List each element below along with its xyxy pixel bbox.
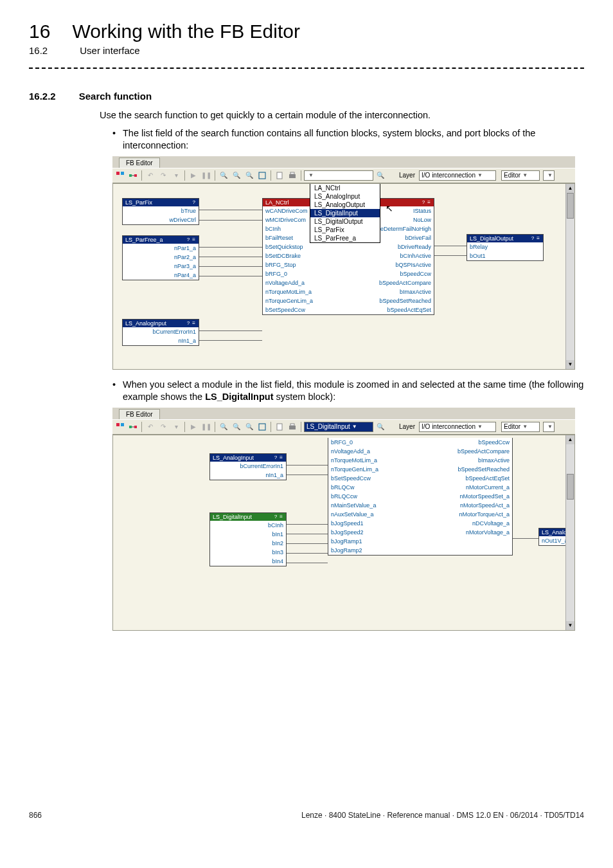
- scroll-down-icon[interactable]: ▼: [566, 360, 574, 369]
- list-item[interactable]: LS_AnalogOutput: [310, 201, 380, 209]
- block-ls-digitalinput[interactable]: LS_DigitalInput? ≡ bCInh bIn1 bIn2 bIn3 …: [209, 512, 287, 566]
- port[interactable]: bIn3: [210, 548, 286, 557]
- scroll-up-icon[interactable]: ▲: [566, 435, 574, 444]
- port[interactable]: nMotorSpeedSet_a: [420, 492, 512, 501]
- port[interactable]: wDriveCtrl: [123, 215, 199, 224]
- port[interactable]: bSetSpeedCcw: [328, 474, 420, 483]
- layer-combo[interactable]: I/O interconnection ▼: [419, 170, 496, 181]
- layer-combo[interactable]: I/O interconnection ▼: [419, 422, 496, 432]
- block-ls-parfree-a[interactable]: LS_ParFree_a? ≡ nPar1_a nPar2_a nPar3_a …: [122, 235, 199, 280]
- block-ls-analoginput[interactable]: LS_AnalogInput? ≡ bCurrentErrorIn1 nIn1_…: [122, 319, 199, 346]
- tab-fb-editor[interactable]: FB Editor: [119, 158, 160, 168]
- tool-arrange-icon[interactable]: [114, 421, 126, 433]
- editor-combo[interactable]: Editor ▼: [501, 422, 540, 432]
- port[interactable]: bSpeedSetReached: [348, 296, 434, 305]
- port[interactable]: nMotorSpeedAct_a: [420, 501, 512, 510]
- scroll-down-icon[interactable]: ▼: [566, 621, 574, 630]
- scroll-up-icon[interactable]: ▲: [566, 184, 574, 193]
- block-ls-parfix[interactable]: LS_ParFix? bTrue wDriveCtrl: [122, 198, 199, 225]
- tool-history-icon[interactable]: ▾: [170, 170, 182, 181]
- port[interactable]: bJogSpeed1: [328, 519, 420, 528]
- list-item[interactable]: LS_DigitalOutput: [310, 217, 380, 226]
- tool-zoomfit-icon[interactable]: 🔍: [244, 421, 255, 433]
- scroll-thumb[interactable]: [567, 193, 574, 219]
- port[interactable]: nVoltageAdd_a: [328, 447, 420, 456]
- editor-canvas[interactable]: LS_AnalogInput? ≡ bCurrentErrorIn1 nIn1_…: [112, 435, 575, 631]
- port[interactable]: bRFG_0: [263, 269, 348, 278]
- editor-extra-combo[interactable]: ▼: [543, 422, 555, 432]
- tool-print-icon[interactable]: [287, 170, 298, 181]
- port[interactable]: bImaxActive: [348, 287, 434, 296]
- port[interactable]: bRFG_0: [328, 438, 420, 447]
- port[interactable]: nTorqueGenLim_a: [328, 465, 420, 474]
- port[interactable]: bCurrentErrorIn1: [123, 327, 199, 336]
- port[interactable]: bJogRamp2: [328, 546, 420, 555]
- tool-print-icon[interactable]: [287, 421, 298, 433]
- editor-canvas[interactable]: LA_NCtrl LS_AnalogInput LS_AnalogOutput …: [112, 183, 575, 370]
- list-item[interactable]: LA_NCtrl: [310, 184, 380, 192]
- port[interactable]: nTorqueGenLim_a: [263, 296, 348, 305]
- port[interactable]: nAuxSetValue_a: [328, 510, 420, 519]
- list-item[interactable]: LS_ParFix: [310, 226, 380, 234]
- port[interactable]: bCInh: [210, 521, 286, 530]
- port[interactable]: bJogRamp1: [328, 537, 420, 546]
- tool-zoomfit-icon[interactable]: 🔍: [244, 170, 255, 181]
- tool-connect-icon[interactable]: [127, 170, 139, 181]
- list-item[interactable]: LS_ParFree_a: [310, 234, 380, 242]
- port[interactable]: bCInhActive: [348, 251, 434, 260]
- port[interactable]: bRFG_Stop: [263, 260, 348, 269]
- scroll-thumb[interactable]: [567, 474, 574, 500]
- port[interactable]: bIn1: [210, 530, 286, 539]
- tool-undo-icon[interactable]: ↶: [145, 421, 156, 433]
- tool-find-icon[interactable]: 🔍: [375, 421, 386, 433]
- editor-extra-combo[interactable]: ▼: [543, 170, 555, 181]
- port[interactable]: bSetQuickstop: [263, 242, 348, 251]
- tool-zoomout-icon[interactable]: 🔍: [231, 421, 242, 433]
- port[interactable]: bSpeedActEqSet: [420, 474, 512, 483]
- tool-zoomwin-icon[interactable]: [256, 170, 268, 181]
- tool-find-icon[interactable]: 🔍: [375, 170, 386, 181]
- block-ls-analoginput[interactable]: LS_AnalogInput? ≡ bCurrentErrorIn1 nIn1_…: [209, 453, 287, 480]
- port[interactable]: nTorqueMotLim_a: [263, 287, 348, 296]
- port[interactable]: bCurrentErrorIn1: [210, 462, 286, 471]
- port[interactable]: nDCVoltage_a: [420, 519, 512, 528]
- port[interactable]: bOut1: [467, 251, 543, 260]
- port[interactable]: bSpeedActCompare: [348, 278, 434, 287]
- vertical-scrollbar[interactable]: ▲ ▼: [565, 184, 574, 369]
- port[interactable]: nPar3_a: [123, 262, 199, 271]
- port[interactable]: nPar1_a: [123, 244, 199, 253]
- tool-zoomin-icon[interactable]: 🔍: [218, 170, 229, 181]
- block-ls-digitaloutput[interactable]: LS_DigitalOutput? ≡ bRelay bOut1: [466, 234, 544, 261]
- port[interactable]: nIn1_a: [210, 471, 286, 480]
- port[interactable]: bSetDCBrake: [263, 251, 348, 260]
- tool-play-icon[interactable]: ▶: [188, 170, 199, 181]
- tool-pause-icon[interactable]: ❚❚: [200, 421, 212, 433]
- port[interactable]: bIn2: [210, 539, 286, 548]
- port[interactable]: nPar4_a: [123, 271, 199, 280]
- tool-connect-icon[interactable]: [127, 421, 139, 433]
- tool-undo-icon[interactable]: ↶: [145, 170, 156, 181]
- port[interactable]: nMotorCurrent_a: [420, 483, 512, 492]
- tool-redo-icon[interactable]: ↷: [157, 170, 169, 181]
- port[interactable]: bIn4: [210, 557, 286, 566]
- list-item[interactable]: LS_AnalogInput: [310, 192, 380, 201]
- tool-redo-icon[interactable]: ↷: [157, 421, 169, 433]
- port[interactable]: bImaxActive: [420, 456, 512, 465]
- port[interactable]: bSpeedActCompare: [420, 447, 512, 456]
- port[interactable]: nVoltageAdd_a: [263, 278, 348, 287]
- tab-fb-editor[interactable]: FB Editor: [119, 409, 160, 419]
- editor-combo[interactable]: Editor ▼: [501, 170, 540, 181]
- port[interactable]: nTorqueMotLim_a: [328, 456, 420, 465]
- port[interactable]: bRLQCw: [328, 483, 420, 492]
- port[interactable]: bRelay: [467, 242, 543, 251]
- tool-pause-icon[interactable]: ❚❚: [200, 170, 212, 181]
- port[interactable]: bQSPIsActive: [348, 260, 434, 269]
- port[interactable]: nMainSetValue_a: [328, 501, 420, 510]
- port[interactable]: nPar2_a: [123, 253, 199, 262]
- port[interactable]: bTrue: [123, 206, 199, 215]
- port[interactable]: bSetSpeedCcw: [263, 305, 348, 314]
- tool-arrange-icon[interactable]: [114, 170, 126, 181]
- search-combo[interactable]: ▼: [304, 170, 373, 181]
- search-dropdown-list[interactable]: LA_NCtrl LS_AnalogInput LS_AnalogOutput …: [310, 183, 380, 243]
- tool-zoomin-icon[interactable]: 🔍: [218, 421, 229, 433]
